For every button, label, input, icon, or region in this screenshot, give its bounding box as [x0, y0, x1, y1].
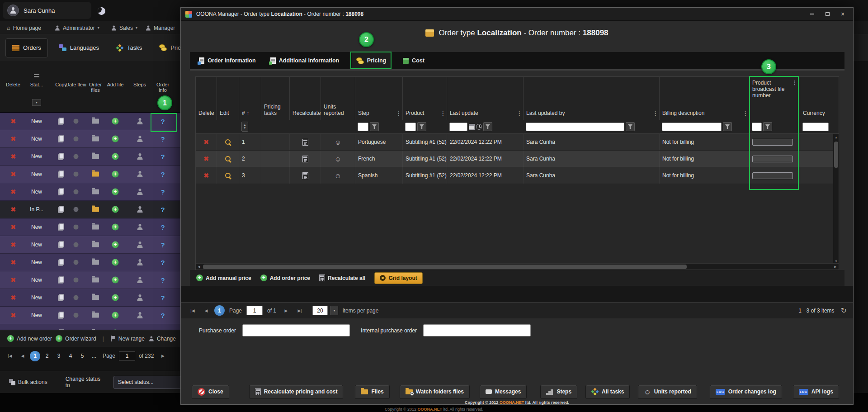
delete-order-icon[interactable]: ✖ — [10, 118, 16, 124]
order-files-icon[interactable] — [92, 172, 99, 177]
add-file-icon[interactable]: + — [112, 206, 119, 213]
page-number-2[interactable]: 2 — [42, 353, 52, 359]
billing-description-filter-button[interactable] — [723, 122, 732, 131]
last-update-filter-button[interactable] — [483, 122, 492, 131]
dark-mode-toggle[interactable] — [96, 5, 107, 16]
delete-row-icon[interactable]: ✖ — [203, 172, 209, 179]
delete-order-icon[interactable]: ✖ — [10, 294, 16, 301]
page-number-1[interactable]: 1 — [30, 351, 40, 361]
copy-order-icon[interactable] — [58, 136, 64, 142]
order-info-icon[interactable]: ? — [160, 294, 165, 301]
user-menu[interactable]: Sara Cunha — [3, 2, 91, 19]
order-changes-log-button[interactable]: LOG Order changes log — [710, 385, 782, 399]
last-update-filter-input[interactable] — [449, 123, 467, 131]
tab-cost[interactable]: Cost — [398, 52, 429, 69]
copy-order-icon[interactable] — [58, 242, 64, 248]
col-product[interactable]: Product⋮ — [403, 77, 447, 120]
purchase-order-input[interactable] — [242, 324, 350, 336]
api-logs-button[interactable]: LOG API logs — [793, 385, 839, 399]
delete-order-icon[interactable]: ✖ — [10, 259, 16, 265]
pricing-row[interactable]: ✖2☺FrenchSubtitling #1 (52)22/02/2024 12… — [196, 151, 839, 167]
steps-button[interactable]: Steps — [540, 385, 577, 399]
edit-magnifier-icon[interactable] — [225, 156, 231, 162]
dialog-titlebar[interactable]: OOONA Manager - Order type Localization … — [181, 8, 853, 21]
add-file-icon[interactable]: + — [112, 136, 119, 142]
column-menu-icon[interactable]: ⋮ — [440, 110, 446, 117]
copy-order-icon[interactable] — [58, 259, 64, 266]
delete-order-icon[interactable]: ✖ — [10, 277, 16, 283]
prev-page-button[interactable]: ◀ — [17, 351, 28, 361]
select-status-dropdown[interactable]: Select status... — [113, 376, 181, 389]
steps-icon[interactable] — [137, 224, 143, 230]
order-row[interactable]: ✖New+? — [0, 166, 181, 183]
order-row[interactable]: ✖New+? — [0, 307, 181, 324]
last-updated-by-filter-input[interactable] — [526, 123, 624, 131]
steps-icon[interactable] — [137, 242, 143, 248]
add-file-icon[interactable]: + — [112, 294, 119, 301]
order-info-icon[interactable]: ? — [160, 136, 165, 142]
order-row[interactable]: ✖New+? — [0, 218, 181, 236]
first-page-button[interactable]: |◀ — [187, 306, 198, 316]
copy-order-icon[interactable] — [58, 206, 64, 213]
nav-administrator[interactable]: Administrator ▾ — [54, 21, 99, 34]
copy-order-icon[interactable] — [58, 189, 64, 195]
add-new-order-button[interactable]: + Add new order — [7, 335, 52, 342]
order-row[interactable]: ✖New+? — [0, 236, 181, 254]
order-row[interactable]: ✖New+? — [0, 148, 181, 166]
column-menu-icon[interactable]: ⋮ — [653, 110, 658, 117]
order-info-icon[interactable]: ? — [160, 224, 165, 231]
col-recalculate[interactable]: Recalculate — [290, 77, 321, 120]
col-last-updated-by[interactable]: Last updated by⋮ — [524, 77, 660, 120]
order-files-icon[interactable] — [92, 242, 99, 247]
steps-icon[interactable] — [137, 171, 143, 177]
items-per-page-value[interactable]: 20 — [312, 306, 328, 315]
delete-order-icon[interactable]: ✖ — [10, 224, 16, 230]
col-status[interactable]: Stat... — [26, 82, 47, 87]
messages-button[interactable]: Messages — [480, 385, 527, 399]
col-last-update[interactable]: Last update⋮ — [447, 77, 524, 120]
steps-icon[interactable] — [137, 206, 143, 213]
calendar-icon[interactable] — [469, 124, 475, 130]
page-input[interactable] — [246, 306, 263, 315]
recalculate-pricing-and-cost-button[interactable]: Recalculate pricing and cost — [249, 385, 344, 399]
tab-order-information[interactable]: Order information — [193, 52, 261, 69]
product-filter-button[interactable] — [417, 122, 426, 131]
billing-description-filter-input[interactable] — [662, 123, 722, 131]
copy-order-icon[interactable] — [58, 153, 64, 160]
grid-layout-button[interactable]: Grid layout — [374, 272, 422, 284]
step-filter-input[interactable] — [358, 123, 368, 131]
delete-order-icon[interactable]: ✖ — [10, 153, 16, 160]
units-reported-icon[interactable]: ☺ — [335, 156, 341, 162]
add-file-icon[interactable]: + — [112, 171, 119, 178]
order-files-icon[interactable] — [92, 278, 99, 283]
last-updated-by-filter-button[interactable] — [626, 122, 635, 131]
delete-order-icon[interactable]: ✖ — [10, 312, 16, 318]
vertical-scrollbar[interactable]: ▲ ▼ — [833, 134, 839, 264]
order-info-icon[interactable]: ? — [160, 259, 165, 266]
steps-icon[interactable] — [137, 277, 143, 283]
nav-manager[interactable]: Manager — [145, 21, 175, 34]
scroll-left-icon[interactable]: ◀ — [196, 264, 202, 270]
column-settings-icon[interactable] — [34, 74, 39, 75]
order-row[interactable]: ✖In P...+? — [0, 201, 181, 218]
delete-order-icon[interactable]: ✖ — [10, 189, 16, 195]
scroll-right-icon[interactable]: ▶ — [832, 264, 839, 270]
recalculate-all-button[interactable]: Recalculate all — [319, 275, 365, 281]
copy-order-icon[interactable] — [58, 312, 64, 319]
copy-order-icon[interactable] — [58, 118, 64, 125]
units-reported-icon[interactable]: ☺ — [335, 139, 341, 146]
units-reported-icon[interactable]: ☺ — [335, 172, 341, 179]
status-filter-dropdown[interactable]: ▾ — [32, 99, 41, 106]
next-page-button[interactable]: ▶ — [281, 306, 292, 316]
order-row[interactable]: ✖New+? — [0, 183, 181, 201]
order-row[interactable]: ✖New+? — [0, 289, 181, 307]
order-files-icon[interactable] — [92, 295, 99, 300]
col-delete[interactable]: Delete — [196, 77, 217, 120]
step-filter-button[interactable] — [370, 122, 379, 131]
copy-order-icon[interactable] — [58, 277, 64, 284]
tab-tasks[interactable]: Tasks — [110, 38, 148, 57]
order-row[interactable]: ✖New+? — [0, 271, 181, 289]
order-files-icon[interactable] — [92, 189, 99, 194]
watch-folders-files-button[interactable]: Watch folders files — [400, 385, 470, 399]
close-button[interactable]: Close — [192, 385, 229, 399]
